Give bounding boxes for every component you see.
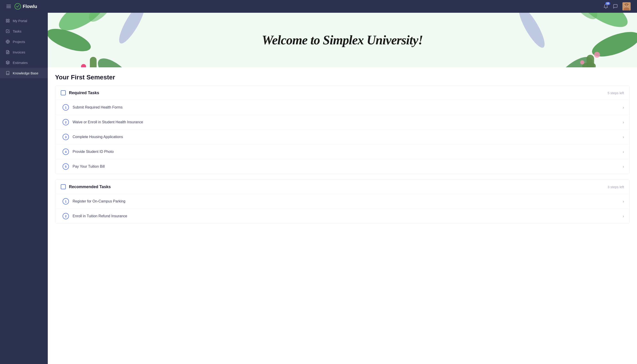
svg-rect-7 (8, 19, 9, 20)
projects-icon (6, 39, 10, 44)
required-tasks-header[interactable]: Required Tasks 5 steps left (55, 86, 630, 100)
welcome-banner: Welcome to Simplex University! (48, 13, 637, 67)
hamburger-icon[interactable] (6, 5, 11, 8)
chevron-right-2: › (623, 120, 624, 125)
sidebar-item-projects[interactable]: Projects (0, 36, 48, 47)
sidebar-item-invoices[interactable]: Invoices (0, 47, 48, 57)
required-task-item-3[interactable]: 3 Complete Housing Applications › (55, 130, 630, 144)
logo-text: Flowlu (23, 4, 37, 9)
task-item-left-3: 3 Complete Housing Applications (62, 134, 123, 140)
chevron-right-5: › (623, 164, 624, 169)
step-num-5: 5 (62, 163, 69, 170)
chevron-right-3: › (623, 135, 624, 140)
sidebar-label-knowledge-base: Knowledge Base (13, 71, 38, 75)
svg-rect-9 (8, 21, 9, 22)
required-tasks-card: Required Tasks 5 steps left 1 Submit Req… (55, 86, 630, 174)
avatar-face (622, 2, 631, 10)
recommended-steps-left: 3 steps left (608, 185, 624, 189)
step-num-4: 4 (62, 148, 69, 155)
sidebar-label-projects: Projects (13, 40, 25, 44)
sidebar-label-my-portal: My Portal (13, 19, 27, 23)
task-item-left-5: 5 Pay Your Tuition Bill (62, 163, 105, 170)
notification-badge: 59 (606, 2, 610, 5)
logo-icon (14, 3, 21, 10)
recommended-tasks-list: 1 Register for On-Campus Parking › 2 Enr… (55, 194, 630, 224)
step-num-1: 1 (62, 104, 69, 110)
messages-button[interactable] (613, 4, 618, 9)
required-tasks-header-left: Required Tasks (61, 90, 99, 95)
step-num-3: 3 (62, 134, 69, 140)
recommended-tasks-header[interactable]: Recommended Tasks 3 steps left (55, 180, 630, 194)
sidebar-label-estimates: Estimates (13, 61, 28, 64)
task-item-left-2: 2 Waive or Enroll in Student Health Insu… (62, 119, 143, 125)
knowledge-base-icon (6, 71, 10, 75)
rec-step-num-1: 1 (62, 198, 69, 204)
task-label-1: Submit Required Health Forms (72, 105, 122, 110)
task-label-4: Provide Student ID Photo (72, 150, 114, 154)
sidebar: My Portal Tasks Projects (0, 13, 48, 364)
required-task-item-1[interactable]: 1 Submit Required Health Forms › (55, 100, 630, 115)
svg-point-28 (594, 52, 600, 58)
svg-point-4 (626, 5, 626, 6)
recommended-task-item-2[interactable]: 2 Enroll in Tuition Refund Insurance › (55, 209, 630, 224)
task-label-3: Complete Housing Applications (72, 135, 123, 139)
task-item-left-1: 1 Submit Required Health Forms (62, 104, 122, 110)
svg-point-29 (580, 60, 584, 64)
rec-chevron-right-1: › (623, 199, 624, 204)
required-steps-left: 5 steps left (608, 91, 624, 95)
required-tasks-checkbox[interactable] (61, 90, 66, 95)
sidebar-item-knowledge-base[interactable]: Knowledge Base (0, 68, 48, 78)
content-area: Welcome to Simplex University! Your Firs… (48, 13, 637, 364)
section-title: Your First Semester (48, 67, 637, 86)
task-label-2: Waive or Enroll in Student Health Insura… (72, 120, 143, 124)
required-tasks-title: Required Tasks (69, 90, 99, 95)
sidebar-item-estimates[interactable]: Estimates (0, 57, 48, 68)
rec-task-item-left-2: 2 Enroll in Tuition Refund Insurance (62, 213, 127, 219)
header-right: 59 (603, 2, 631, 10)
sidebar-item-tasks[interactable]: Tasks (0, 26, 48, 36)
task-item-left-4: 4 Provide Student ID Photo (62, 148, 114, 155)
recommended-tasks-checkbox[interactable] (61, 184, 66, 189)
message-icon (613, 4, 618, 9)
rec-step-num-2: 2 (62, 213, 69, 219)
chevron-right-1: › (623, 105, 624, 110)
svg-rect-27 (582, 63, 596, 67)
main-layout: My Portal Tasks Projects (0, 13, 637, 364)
recommended-tasks-title: Recommended Tasks (69, 184, 111, 189)
invoices-icon (6, 50, 10, 54)
recommended-tasks-header-left: Recommended Tasks (61, 184, 111, 189)
rec-task-label-2: Enroll in Tuition Refund Insurance (72, 214, 127, 218)
svg-point-5 (627, 5, 628, 6)
banner-title: Welcome to Simplex University! (262, 33, 423, 47)
sidebar-label-invoices: Invoices (13, 50, 25, 54)
avatar-image (622, 2, 631, 10)
estimates-icon (6, 60, 10, 65)
svg-rect-8 (6, 21, 7, 22)
recommended-tasks-card: Recommended Tasks 3 steps left 1 Registe… (55, 180, 630, 224)
svg-point-11 (7, 41, 8, 42)
notifications-button[interactable]: 59 (603, 4, 608, 9)
tasks-icon (6, 29, 10, 34)
svg-rect-19 (90, 57, 97, 67)
task-label-5: Pay Your Tuition Bill (72, 164, 105, 168)
svg-rect-6 (6, 19, 7, 20)
avatar[interactable] (622, 2, 631, 10)
recommended-task-item-1[interactable]: 1 Register for On-Campus Parking › (55, 194, 630, 209)
logo: Flowlu (14, 3, 37, 10)
step-num-2: 2 (62, 119, 69, 125)
header-left: Flowlu (6, 3, 37, 10)
required-tasks-list: 1 Submit Required Health Forms › 2 Waive… (55, 100, 630, 174)
required-task-item-4[interactable]: 4 Provide Student ID Photo › (55, 144, 630, 159)
rec-task-item-left-1: 1 Register for On-Campus Parking (62, 198, 125, 204)
portal-icon (6, 18, 10, 23)
rec-task-label-1: Register for On-Campus Parking (72, 199, 125, 204)
sidebar-label-tasks: Tasks (13, 29, 22, 33)
required-task-item-5[interactable]: 5 Pay Your Tuition Bill › (55, 159, 630, 174)
required-task-item-2[interactable]: 2 Waive or Enroll in Student Health Insu… (55, 115, 630, 130)
sidebar-item-my-portal[interactable]: My Portal (0, 16, 48, 26)
chevron-right-4: › (623, 150, 624, 154)
rec-chevron-right-2: › (623, 214, 624, 219)
header: Flowlu 59 (0, 0, 637, 13)
